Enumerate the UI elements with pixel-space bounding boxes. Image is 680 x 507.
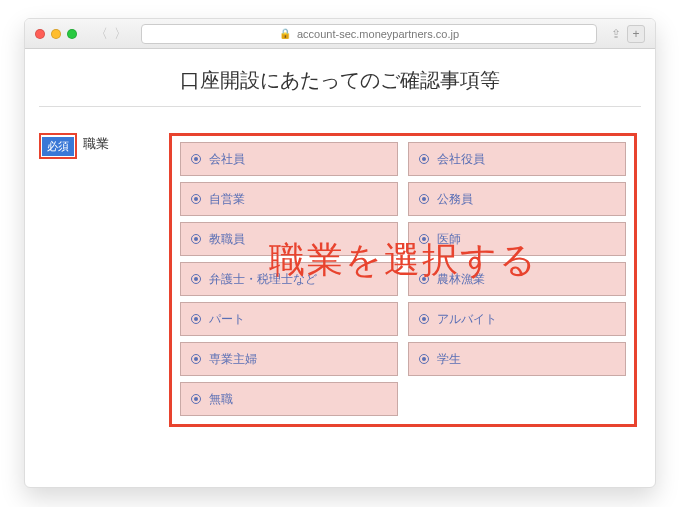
nav-arrows: 〈 〉 bbox=[95, 25, 127, 43]
occupation-option[interactable]: 専業主婦 bbox=[180, 342, 398, 376]
option-label: 教職員 bbox=[209, 231, 245, 248]
radio-icon bbox=[419, 274, 429, 284]
back-icon[interactable]: 〈 bbox=[95, 25, 108, 43]
required-badge-highlight: 必須 bbox=[39, 133, 77, 159]
new-tab-button[interactable]: + bbox=[627, 25, 645, 43]
radio-icon bbox=[191, 394, 201, 404]
option-label: 学生 bbox=[437, 351, 461, 368]
radio-icon bbox=[419, 234, 429, 244]
radio-icon bbox=[419, 314, 429, 324]
minimize-icon[interactable] bbox=[51, 29, 61, 39]
forward-icon[interactable]: 〉 bbox=[114, 25, 127, 43]
window-controls bbox=[35, 29, 77, 39]
option-label: 専業主婦 bbox=[209, 351, 257, 368]
occupation-option[interactable]: 医師 bbox=[408, 222, 626, 256]
option-label: パート bbox=[209, 311, 245, 328]
occupation-option[interactable]: 会社員 bbox=[180, 142, 398, 176]
option-label: 弁護士・税理士など bbox=[209, 271, 317, 288]
occupation-option[interactable]: 公務員 bbox=[408, 182, 626, 216]
option-label: 自営業 bbox=[209, 191, 245, 208]
browser-window: 〈 〉 🔒 account-sec.moneypartners.co.jp ⇪ … bbox=[24, 18, 656, 488]
page-title: 口座開設にあたってのご確認事項等 bbox=[39, 57, 641, 107]
occupation-option[interactable]: 弁護士・税理士など bbox=[180, 262, 398, 296]
share-icon[interactable]: ⇪ bbox=[611, 27, 621, 41]
occupation-option[interactable]: 会社役員 bbox=[408, 142, 626, 176]
option-label: アルバイト bbox=[437, 311, 497, 328]
lock-icon: 🔒 bbox=[279, 28, 291, 39]
occupation-option[interactable]: アルバイト bbox=[408, 302, 626, 336]
occupation-option[interactable]: 農林漁業 bbox=[408, 262, 626, 296]
close-icon[interactable] bbox=[35, 29, 45, 39]
radio-icon bbox=[191, 154, 201, 164]
form-row: 必須 職業 会社員会社役員自営業公務員教職員医師弁護士・税理士など農林漁業パート… bbox=[39, 133, 641, 427]
occupation-option[interactable]: パート bbox=[180, 302, 398, 336]
option-label: 農林漁業 bbox=[437, 271, 485, 288]
option-label: 無職 bbox=[209, 391, 233, 408]
occupation-option[interactable]: 自営業 bbox=[180, 182, 398, 216]
option-label: 会社役員 bbox=[437, 151, 485, 168]
occupation-option[interactable]: 教職員 bbox=[180, 222, 398, 256]
radio-icon bbox=[191, 314, 201, 324]
radio-icon bbox=[191, 274, 201, 284]
maximize-icon[interactable] bbox=[67, 29, 77, 39]
radio-icon bbox=[191, 354, 201, 364]
page-content: 口座開設にあたってのご確認事項等 必須 職業 会社員会社役員自営業公務員教職員医… bbox=[25, 49, 655, 487]
toolbar-right: ⇪ + bbox=[611, 25, 645, 43]
option-label: 医師 bbox=[437, 231, 461, 248]
occupation-option[interactable]: 無職 bbox=[180, 382, 398, 416]
required-badge: 必須 bbox=[42, 137, 74, 156]
option-label: 公務員 bbox=[437, 191, 473, 208]
radio-icon bbox=[191, 234, 201, 244]
radio-icon bbox=[419, 154, 429, 164]
field-label-col: 必須 職業 bbox=[39, 133, 169, 427]
radio-icon bbox=[419, 194, 429, 204]
url-text: account-sec.moneypartners.co.jp bbox=[297, 28, 459, 40]
address-bar[interactable]: 🔒 account-sec.moneypartners.co.jp bbox=[141, 24, 597, 44]
radio-icon bbox=[191, 194, 201, 204]
options-area: 会社員会社役員自営業公務員教職員医師弁護士・税理士など農林漁業パートアルバイト専… bbox=[169, 133, 637, 427]
radio-icon bbox=[419, 354, 429, 364]
browser-toolbar: 〈 〉 🔒 account-sec.moneypartners.co.jp ⇪ … bbox=[25, 19, 655, 49]
options-grid: 会社員会社役員自営業公務員教職員医師弁護士・税理士など農林漁業パートアルバイト専… bbox=[180, 142, 626, 416]
option-label: 会社員 bbox=[209, 151, 245, 168]
occupation-option[interactable]: 学生 bbox=[408, 342, 626, 376]
field-label: 職業 bbox=[83, 135, 109, 153]
